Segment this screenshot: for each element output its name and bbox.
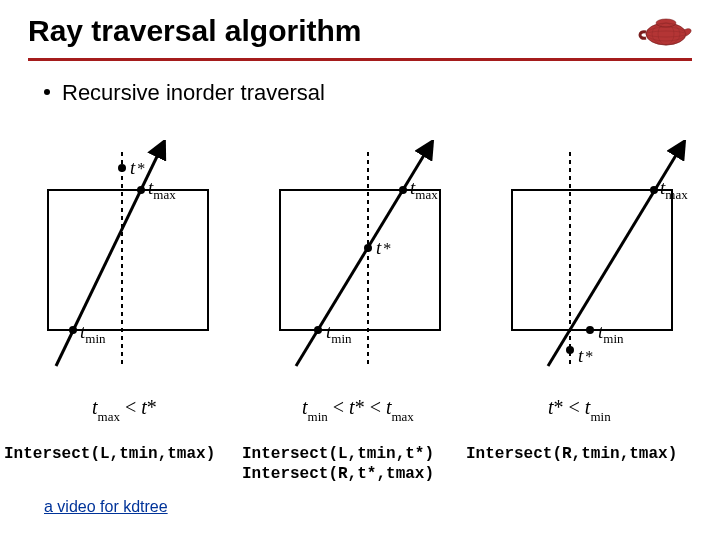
diagram-row: tmin tmax t* tmin tmax t*	[0, 140, 720, 400]
svg-point-10	[69, 326, 77, 334]
call-3: Intersect(R,tmin,tmax)	[466, 444, 677, 464]
diagram-2: tmin tmax t*	[280, 142, 440, 368]
cond-1: tmax < t*	[92, 396, 157, 423]
svg-rect-7	[48, 190, 208, 330]
lbl-tstar-1: t*	[130, 157, 145, 178]
slide-root: Ray traversal algorithm Recursive inorde…	[0, 0, 720, 540]
lbl-tmax-2: tmax	[410, 177, 438, 202]
lbl-tstar-3: t*	[578, 345, 593, 366]
cond-3: t* < tmin	[548, 396, 611, 423]
svg-rect-19	[512, 190, 672, 330]
svg-point-11	[137, 186, 145, 194]
lbl-tmax-1: tmax	[148, 177, 176, 202]
lbl-tmin-2: tmin	[326, 321, 352, 346]
title-rule	[28, 58, 692, 61]
call-1: Intersect(L,tmin,tmax)	[4, 444, 215, 464]
svg-point-16	[314, 326, 322, 334]
lbl-tstar-2: t*	[376, 237, 391, 258]
svg-point-18	[364, 244, 372, 252]
kdtree-video-link[interactable]: a video for kdtree	[44, 498, 168, 516]
svg-point-12	[118, 164, 126, 172]
bullet-dot	[44, 89, 50, 95]
diagram-1: tmin tmax t*	[48, 142, 208, 368]
lbl-tmin-3: tmin	[598, 321, 624, 346]
bullet-line: Recursive inorder traversal	[44, 80, 325, 106]
bullet-text: Recursive inorder traversal	[62, 80, 325, 105]
svg-point-24	[566, 346, 574, 354]
slide-title: Ray traversal algorithm	[28, 14, 361, 48]
lbl-tmin-1: tmin	[80, 321, 106, 346]
cond-2: tmin < t* < tmax	[302, 396, 414, 423]
svg-point-23	[650, 186, 658, 194]
condition-row: tmax < t* tmin < t* < tmax t* < tmin	[0, 396, 720, 424]
call-2: Intersect(L,tmin,t*) Intersect(R,t*,tmax…	[242, 444, 434, 484]
lbl-tmax-3: tmax	[660, 177, 688, 202]
svg-point-17	[399, 186, 407, 194]
svg-point-22	[586, 326, 594, 334]
teapot-logo	[634, 8, 698, 50]
diagram-3: tmin tmax t*	[512, 142, 688, 368]
